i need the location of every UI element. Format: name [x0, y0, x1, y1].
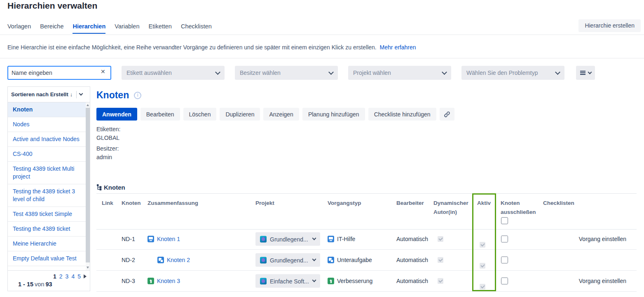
next-page-icon[interactable] — [84, 274, 87, 278]
hierarchy-item[interactable]: Sample Hierarchy - — [8, 266, 90, 270]
exclude-node-checkbox[interactable] — [501, 278, 508, 285]
hierarchy-item[interactable]: Active and Inactive Nodes — [8, 132, 90, 147]
assignee-cell: Automatisch — [396, 236, 428, 242]
node-key-link[interactable]: ND-2 — [122, 257, 135, 263]
tab-vorlagen[interactable]: Vorlagen — [7, 23, 31, 34]
scrollbar-thumb[interactable] — [86, 108, 90, 262]
tab-bereiche[interactable]: Bereiche — [40, 23, 63, 34]
col-header-projekt: Projekt — [255, 199, 274, 208]
aktiv-checkbox — [480, 263, 485, 269]
action-button-row: Anwenden Bearbeiten Löschen Duplizieren … — [96, 108, 454, 121]
table-row: ND-1 Knoten 1 Grundlegend... IT-Hilfe — [96, 229, 637, 250]
divider — [0, 58, 644, 58]
show-button[interactable]: Anzeigen — [263, 108, 299, 121]
issue-type-label: Verbesserung — [337, 278, 372, 284]
issue-type-icon — [328, 278, 334, 284]
node-key-link[interactable]: ND-3 — [122, 278, 135, 284]
view-options-button[interactable] — [576, 66, 595, 80]
aktiv-checkbox — [480, 242, 485, 248]
label-filter-placeholder: Etikett auswählen — [126, 70, 172, 76]
tab-etiketten[interactable]: Etiketten — [148, 23, 171, 34]
scroll-down-icon[interactable] — [87, 267, 89, 269]
nodes-title-text: Knoten — [104, 184, 125, 191]
page-4[interactable]: 4 — [71, 273, 75, 280]
labels-value: GLOBAL — [96, 134, 120, 142]
exclude-all-checkbox[interactable] — [501, 217, 508, 224]
exclude-node-checkbox[interactable] — [501, 236, 508, 243]
project-select[interactable]: Grundlegend... — [255, 232, 320, 246]
tab-checklisten[interactable]: Checklisten — [181, 23, 212, 34]
issuetype-filter-placeholder: Wählen Sie den Problemtyp — [466, 70, 538, 76]
project-select[interactable]: Grundlegend... — [255, 253, 320, 267]
set-issue-link[interactable]: Vorgang einstellen — [579, 236, 626, 242]
copy-link-button[interactable] — [440, 108, 454, 121]
hierarchy-item[interactable]: Nodes — [8, 117, 90, 132]
summary-link[interactable]: Knoten 3 — [157, 278, 180, 284]
col-header-dynamischer-autor: Dynamischer Autor(in) — [433, 199, 475, 217]
scrollbar[interactable] — [86, 102, 90, 270]
hierarchy-list-panel: Sortieren nach Erstellt Knoten Nodes Act… — [7, 86, 90, 291]
tab-variablen[interactable]: Variablen — [115, 23, 139, 34]
issuetype-filter-select[interactable]: Wählen Sie den Problemtyp — [461, 66, 564, 80]
page-3[interactable]: 3 — [66, 273, 69, 280]
sort-direction-icon — [68, 91, 73, 97]
project-filter-select[interactable]: Projekt wählen — [348, 66, 451, 80]
add-checklist-button[interactable]: Checkliste hinzufügen — [368, 108, 436, 121]
learn-more-link[interactable]: Mehr erfahren — [380, 44, 416, 51]
summary-link[interactable]: Knoten 1 — [157, 236, 180, 242]
chevron-down-icon[interactable] — [79, 92, 83, 96]
issue-type-label: IT-Hilfe — [337, 236, 355, 242]
label-filter-select[interactable]: Etikett auswählen — [122, 66, 225, 80]
hierarchy-item[interactable]: Meine Hierarchie — [8, 237, 90, 251]
description-text: Eine Hierarchie ist eine einfache Möglic… — [7, 44, 377, 51]
exclude-node-checkbox[interactable] — [501, 257, 508, 264]
assignee-cell: Automatisch — [396, 278, 428, 284]
issue-type-cell: Verbesserung — [328, 278, 372, 284]
set-issue-link[interactable]: Vorgang einstellen — [579, 278, 626, 284]
issue-type-icon — [328, 257, 334, 263]
issue-type-icon — [148, 278, 154, 284]
sort-button[interactable]: Sortieren nach Erstellt — [8, 87, 90, 102]
dynamic-author-checkbox — [438, 236, 443, 242]
summary-cell: Knoten 3 — [148, 278, 180, 284]
apply-button[interactable]: Anwenden — [96, 108, 137, 121]
page-5[interactable]: 5 — [77, 273, 81, 280]
hierarchy-item[interactable]: Test 4389 ticket Simple — [8, 207, 90, 222]
hierarchy-item[interactable]: Testing the 4389 ticket 3 level of child — [8, 184, 90, 207]
hierarchy-item[interactable]: Empty Default value Test — [8, 251, 90, 266]
clear-input-icon[interactable]: ✕ — [101, 69, 105, 74]
page-2[interactable]: 2 — [59, 273, 63, 280]
issue-type-icon — [157, 257, 164, 263]
col-header-aktiv: Aktiv — [477, 199, 491, 208]
owner-filter-placeholder: Besitzer wählen — [240, 70, 281, 76]
name-search-input[interactable] — [7, 66, 111, 80]
project-label: Grundlegend... — [270, 236, 309, 242]
pagination-range: 1 - 15von93 — [11, 281, 87, 288]
hierarchy-item-selected[interactable]: Knoten — [8, 102, 90, 117]
hierarchy-item[interactable]: Testing the 4389 ticket — [8, 222, 90, 237]
node-key-link[interactable]: ND-1 — [122, 236, 135, 242]
chevron-down-icon — [555, 70, 560, 75]
menu-icon — [580, 72, 585, 73]
create-hierarchy-button[interactable]: Hierarchie erstellen — [578, 19, 641, 32]
edit-button[interactable]: Bearbeiten — [141, 108, 180, 121]
issue-type-icon — [148, 236, 154, 242]
tab-hierarchien[interactable]: Hierarchien — [73, 23, 105, 34]
owner-filter-select[interactable]: Besitzer wählen — [235, 66, 338, 80]
hierarchy-item[interactable]: Testing 4389 ticket Multi project — [8, 162, 90, 184]
page-1[interactable]: 1 — [53, 273, 56, 280]
table-body: ND-1 Knoten 1 Grundlegend... IT-Hilfe — [96, 229, 637, 292]
hierarchy-item[interactable]: CS-400 — [8, 147, 90, 162]
col-header-knoten: Knoten — [122, 199, 141, 208]
project-filter-placeholder: Projekt wählen — [353, 70, 391, 76]
info-icon[interactable] — [134, 92, 141, 99]
scroll-up-icon[interactable] — [87, 104, 89, 106]
summary-link[interactable]: Knoten 2 — [167, 257, 190, 263]
duplicate-button[interactable]: Duplizieren — [220, 108, 260, 121]
project-select[interactable]: Einfache Soft... — [255, 274, 320, 288]
delete-button[interactable]: Löschen — [183, 108, 217, 121]
issue-type-cell: Unteraufgabe — [328, 257, 372, 263]
add-planning-button[interactable]: Planung hinzufügen — [302, 108, 365, 121]
dynamic-author-checkbox — [438, 278, 443, 284]
divider — [0, 35, 644, 35]
